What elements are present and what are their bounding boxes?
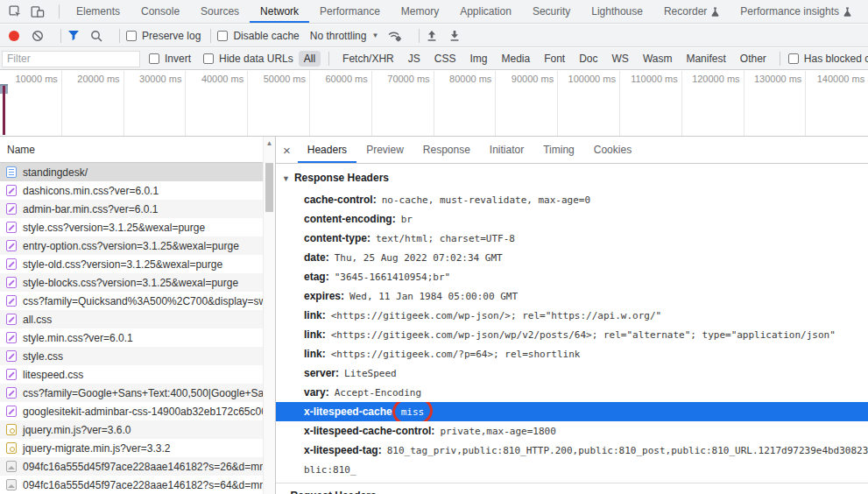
tab-performance[interactable]: Performance — [309, 0, 391, 23]
name-column-header[interactable]: Name — [0, 137, 275, 163]
request-row[interactable]: jquery-migrate.min.js?ver=3.3.2 — [0, 439, 275, 457]
tab-elements[interactable]: Elements — [66, 0, 131, 23]
tab-lighthouse[interactable]: Lighthouse — [581, 0, 653, 23]
checkbox[interactable] — [203, 53, 214, 64]
tab-preview[interactable]: Preview — [356, 137, 413, 163]
hide-data-urls-checkbox[interactable]: Hide data URLs — [203, 53, 293, 65]
request-row[interactable]: 094fc16a555d45f97ace228aae146182?s=64&d=… — [0, 476, 275, 494]
device-toolbar-icon[interactable] — [30, 4, 46, 19]
filter-type-media[interactable]: Media — [496, 51, 535, 67]
record-button[interactable] — [9, 31, 19, 41]
divider — [60, 29, 61, 43]
request-row[interactable]: googlesitekit-adminbar-css-14900ab32eb17… — [0, 402, 275, 420]
timeline-tick: 90000 ms — [496, 71, 558, 136]
filter-bar: Invert Hide data URLs All Fetch/XHR JS C… — [0, 48, 868, 70]
filter-type-doc[interactable]: Doc — [574, 51, 603, 67]
checkbox[interactable] — [126, 31, 137, 41]
filter-type-manifest[interactable]: Manifest — [681, 51, 730, 67]
filter-type-js[interactable]: JS — [403, 51, 426, 67]
tab-network[interactable]: Network — [250, 0, 309, 23]
divider — [210, 29, 211, 43]
request-row[interactable]: admin-bar.min.css?ver=6.0.1 — [0, 200, 275, 218]
request-list-panel: Name standingdesk/ dashicons.min.css?ver… — [0, 137, 276, 494]
invert-checkbox[interactable]: Invert — [149, 53, 191, 65]
filter-input[interactable] — [2, 51, 140, 67]
tab-response[interactable]: Response — [413, 137, 480, 163]
filter-type-wasm[interactable]: Wasm — [638, 51, 678, 67]
chevron-down-icon[interactable]: ▼ — [371, 32, 378, 39]
disable-cache-checkbox[interactable]: Disable cache — [217, 30, 299, 42]
filter-type-all[interactable]: All — [299, 51, 321, 67]
header-row-highlighted[interactable]: x-litespeed-cache:miss — [276, 402, 868, 421]
checkbox[interactable] — [149, 53, 159, 64]
checkbox[interactable] — [788, 53, 799, 64]
scroll-up-arrow-icon[interactable]: ▲ — [264, 139, 275, 147]
divider — [59, 4, 60, 18]
request-row[interactable]: style-blocks.css?version=3.1.25&wexal=pu… — [0, 273, 275, 292]
filter-type-fetch-xhr[interactable]: Fetch/XHR — [337, 51, 399, 67]
request-row[interactable]: css?family=Google+Sans+Text:400,500|Goog… — [0, 384, 275, 402]
filter-type-img[interactable]: Img — [464, 51, 492, 67]
network-conditions-icon[interactable] — [387, 29, 402, 42]
request-headers-section[interactable]: ▾Request Headers — [276, 483, 868, 494]
stylesheet-icon — [6, 222, 17, 233]
tab-headers[interactable]: Headers — [298, 137, 356, 163]
tab-recorder[interactable]: Recorder — [653, 0, 730, 23]
response-headers-section[interactable]: ▼Response Headers — [276, 164, 868, 190]
tab-application[interactable]: Application — [449, 0, 522, 23]
tab-console[interactable]: Console — [131, 0, 190, 23]
document-icon — [6, 166, 17, 178]
tab-cookies[interactable]: Cookies — [584, 137, 641, 163]
request-row[interactable]: litespeed.css — [0, 365, 275, 384]
timeline-overview[interactable]: 10000 ms 20000 ms 30000 ms 40000 ms 5000… — [0, 71, 868, 136]
experiment-flask-icon — [711, 7, 719, 17]
scrollbar[interactable]: ▲ — [263, 137, 275, 494]
header-row: content-type:text/html; charset=UTF-8 — [276, 229, 868, 248]
tab-memory[interactable]: Memory — [391, 0, 449, 23]
tab-sources[interactable]: Sources — [190, 0, 250, 23]
tab-performance-insights[interactable]: Performance insights — [730, 0, 862, 23]
checkbox[interactable] — [217, 31, 228, 41]
tab-initiator[interactable]: Initiator — [480, 137, 533, 163]
preserve-log-checkbox[interactable]: Preserve log — [126, 30, 201, 42]
divider — [419, 29, 420, 43]
request-row[interactable]: entry-option.css?version=3.1.25&wexal=pu… — [0, 236, 275, 255]
request-row[interactable]: css?family=Quicksand%3A500%2C700&display… — [0, 292, 275, 310]
request-row[interactable]: standingdesk/ — [0, 163, 275, 181]
tab-timing[interactable]: Timing — [533, 137, 584, 163]
stylesheet-icon — [6, 387, 17, 399]
clear-icon[interactable] — [32, 30, 44, 42]
timeline-tick: 40000 ms — [186, 71, 248, 136]
close-icon[interactable]: × — [283, 144, 291, 157]
request-row[interactable]: all.css — [0, 310, 275, 328]
filter-icon[interactable] — [67, 30, 80, 41]
scrollbar-thumb[interactable] — [265, 163, 273, 212]
request-details-panel: × Headers Preview Response Initiator Tim… — [276, 137, 868, 494]
header-row: x-litespeed-cache-control:private,max-ag… — [276, 421, 868, 441]
header-row: link:<https://gitigeek.com/wp-json/>; re… — [276, 306, 868, 325]
export-har-icon[interactable] — [448, 30, 461, 42]
filter-type-css[interactable]: CSS — [429, 51, 462, 67]
request-row[interactable]: 094fc16a555d45f97ace228aae146182?s=26&d=… — [0, 457, 275, 476]
timeline-tick: 80000 ms — [434, 71, 497, 136]
timeline-tick: 20000 ms — [62, 71, 124, 136]
import-har-icon[interactable] — [426, 30, 438, 42]
tab-security[interactable]: Security — [522, 0, 581, 23]
search-icon[interactable] — [90, 30, 102, 42]
request-row[interactable]: jquery.min.js?ver=3.6.0 — [0, 420, 275, 439]
filter-type-ws[interactable]: WS — [607, 51, 634, 67]
header-row: expires:Wed, 11 Jan 1984 05:00:00 GMT — [276, 286, 868, 306]
disclosure-triangle-icon[interactable]: ▼ — [282, 174, 290, 183]
inspect-element-icon[interactable] — [7, 4, 23, 19]
throttling-select[interactable]: No throttling — [310, 30, 367, 42]
request-row[interactable]: style.min.css?ver=6.0.1 — [0, 328, 275, 347]
filter-type-other[interactable]: Other — [735, 51, 772, 67]
has-blocked-cookies-checkbox[interactable]: Has blocked cookies — [788, 53, 868, 65]
divider — [328, 52, 329, 66]
request-row[interactable]: style.css — [0, 347, 275, 365]
timeline-tick: 70000 ms — [372, 71, 434, 136]
request-row[interactable]: dashicons.min.css?ver=6.0.1 — [0, 181, 275, 200]
request-row[interactable]: style.css?version=3.1.25&wexal=purge — [0, 218, 275, 236]
request-row[interactable]: style-old.css?version=3.1.25&wexal=purge — [0, 255, 275, 273]
filter-type-font[interactable]: Font — [539, 51, 570, 67]
